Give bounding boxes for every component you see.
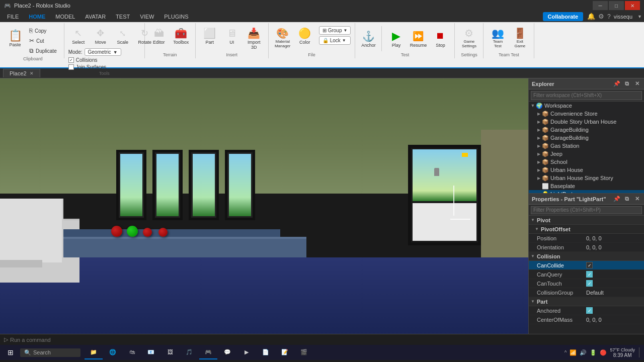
menu-plugins[interactable]: PLUGINS <box>159 13 193 21</box>
part-button[interactable]: ⬜ Part <box>200 26 220 46</box>
expand-icon[interactable]: ▶ <box>536 136 542 140</box>
menu-avatar[interactable]: AVATAR <box>80 13 111 21</box>
pivot-arrow-icon[interactable]: ▼ <box>531 218 535 222</box>
collisiongroup-value[interactable]: Default <box>584 290 644 296</box>
editor-tab-place2[interactable]: Place2 ✕ <box>3 69 40 77</box>
settings-icon[interactable]: ⚙ <box>598 13 604 20</box>
taskbar-app-video[interactable]: ▶ <box>237 345 256 359</box>
expand-icon[interactable]: ▶ <box>536 160 542 164</box>
collision-arrow-icon[interactable]: ▼ <box>531 254 535 258</box>
lock-button[interactable]: 🔒 Lock ▼ <box>319 36 351 45</box>
expand-icon[interactable]: ▶ <box>536 128 542 132</box>
anchor-button[interactable]: ⚓ Anchor <box>359 26 377 51</box>
expand-icon[interactable]: ▶ <box>536 168 542 172</box>
import-3d-button[interactable]: 📥 Import 3D <box>244 26 264 51</box>
collisions-checkbox-row[interactable]: ✓ Collisions <box>68 57 98 63</box>
part-arrow-icon[interactable]: ▼ <box>531 299 535 304</box>
copy-button[interactable]: ⎘ Copy <box>26 26 60 35</box>
close-button[interactable]: ✕ <box>625 1 640 10</box>
game-settings-button[interactable]: ⚙ Game Settings <box>459 26 479 50</box>
notification-icon[interactable]: 🔴 <box>600 349 607 356</box>
properties-filter-input[interactable] <box>531 206 642 214</box>
taskbar-app-roblox[interactable]: 🎮 <box>199 345 217 359</box>
orientation-value[interactable]: 0, 0, 0 <box>584 244 644 250</box>
taskbar-app-music[interactable]: 🎵 <box>180 345 198 359</box>
tree-item-urban-house[interactable]: ▶ 📦 Urban House <box>529 166 644 174</box>
explorer-close-icon[interactable]: ✕ <box>633 80 641 88</box>
viewport[interactable] <box>0 78 528 334</box>
cantouch-checkbox[interactable]: ✓ <box>586 280 593 287</box>
taskbar-app-chat[interactable]: 💬 <box>218 345 236 359</box>
mode-dropdown[interactable]: Geometric ▼ <box>85 48 121 56</box>
explorer-filter-input[interactable] <box>531 91 642 100</box>
taskbar-app-media[interactable]: 🎬 <box>295 345 313 359</box>
pivotoffset-section-header[interactable]: ▼ PivotOffset <box>529 225 644 234</box>
expand-icon[interactable]: ▶ <box>536 152 542 156</box>
explorer-pin-icon[interactable]: 📌 <box>613 80 621 88</box>
network-icon[interactable]: 📶 <box>570 349 577 356</box>
part-section-header[interactable]: ▼ Part <box>529 297 644 306</box>
collaborate-button[interactable]: Collaborate <box>543 12 584 21</box>
join-surfaces-checkbox-row[interactable]: Join Surfaces <box>68 64 107 70</box>
taskbar-app-docs[interactable]: 📄 <box>257 345 275 359</box>
taskbar-app-explorer[interactable]: 📁 <box>85 345 103 359</box>
duplicate-button[interactable]: ⧉ Duplicate <box>26 46 60 55</box>
maximize-button[interactable]: □ <box>609 1 624 10</box>
expand-icon[interactable]: ▶ <box>536 112 542 116</box>
pivot-section-header[interactable]: ▼ Pivot <box>529 216 644 225</box>
cancollide-value[interactable]: ✓ <box>584 262 644 268</box>
start-button[interactable]: ⊞ <box>3 346 18 359</box>
paste-button[interactable]: 📋 Paste <box>6 26 24 50</box>
material-manager-button[interactable]: 🎨 Material Manager <box>273 26 293 50</box>
menu-test[interactable]: TEST <box>111 13 135 21</box>
window-controls[interactable]: ─ □ ✕ <box>593 1 640 10</box>
team-test-button[interactable]: 👥 Team Test <box>488 26 508 50</box>
taskbar-search[interactable]: 🔍 Search <box>20 348 80 357</box>
tree-item-double-story[interactable]: ▶ 📦 Double Story Urban House <box>529 118 644 126</box>
anchored-checkbox[interactable]: ✓ <box>586 307 593 314</box>
clock[interactable]: 57°F Cloudy 8:39 AM <box>610 347 635 358</box>
properties-pin-icon[interactable]: 📌 <box>613 195 621 203</box>
help-icon[interactable]: ? <box>607 13 611 20</box>
tree-root[interactable]: ▼ 🌍 Workspace <box>529 102 644 110</box>
anchored-value[interactable]: ✓ <box>584 307 644 314</box>
taskbar-app-notepad[interactable]: 📝 <box>276 345 294 359</box>
toolbox-button[interactable]: 🧰 Toolbox <box>171 26 191 46</box>
expand-icon[interactable]: ▶ <box>536 176 542 180</box>
canquery-checkbox[interactable]: ✓ <box>586 271 593 278</box>
user-chevron-icon[interactable]: ▼ <box>637 14 642 19</box>
resume-button[interactable]: ⏩ Resume <box>408 29 428 49</box>
explorer-popout-icon[interactable]: ⧉ <box>623 80 631 88</box>
tree-item-garage1[interactable]: ▶ 📦 GarageBuilding <box>529 126 644 134</box>
battery-icon[interactable]: 🔋 <box>590 349 597 356</box>
command-input[interactable] <box>10 337 640 343</box>
taskbar-app-mail[interactable]: 📧 <box>142 345 160 359</box>
properties-close-icon[interactable]: ✕ <box>633 195 641 203</box>
expand-icon[interactable]: ▶ <box>536 120 542 124</box>
tree-item-jeep[interactable]: ▶ 📦 Jeep <box>529 150 644 158</box>
taskbar-app-edge[interactable]: 🌐 <box>104 345 122 359</box>
tree-item-baseplate[interactable]: ⬜ Baseplate <box>529 182 644 190</box>
root-expand-icon[interactable]: ▼ <box>530 103 536 108</box>
pivotoffset-arrow-icon[interactable]: ▼ <box>535 227 539 231</box>
cancollide-checkbox[interactable]: ✓ <box>586 262 593 268</box>
tree-item-convenience-store[interactable]: ▶ 📦 Convenience Store <box>529 110 644 118</box>
scale-button[interactable]: ⤡ Scale <box>113 26 133 46</box>
exit-game-button[interactable]: 🚪 Exit Game <box>510 26 530 50</box>
color-button[interactable]: 🟡 Color <box>295 26 315 46</box>
taskbar-app-photos[interactable]: 🖼 <box>161 345 179 359</box>
show-desktop-icon[interactable] <box>639 347 641 357</box>
position-value[interactable]: 0, 0, 0 <box>584 235 644 241</box>
join-surfaces-checkbox[interactable] <box>68 64 74 70</box>
stop-button[interactable]: ⏹ Stop <box>430 29 450 49</box>
bell-icon[interactable]: 🔔 <box>587 13 595 20</box>
tree-item-gas-station[interactable]: ▶ 📦 Gas Station <box>529 142 644 150</box>
cut-button[interactable]: ✂ Cut <box>26 36 60 45</box>
play-button[interactable]: ▶ Play <box>386 29 406 49</box>
minimize-button[interactable]: ─ <box>593 1 608 10</box>
cantouch-value[interactable]: ✓ <box>584 280 644 287</box>
canquery-value[interactable]: ✓ <box>584 271 644 278</box>
tree-item-urban-house-single[interactable]: ▶ 📦 Urban House Singe Story <box>529 174 644 182</box>
tree-item-school[interactable]: ▶ 📦 School <box>529 158 644 166</box>
properties-popout-icon[interactable]: ⧉ <box>623 195 631 203</box>
